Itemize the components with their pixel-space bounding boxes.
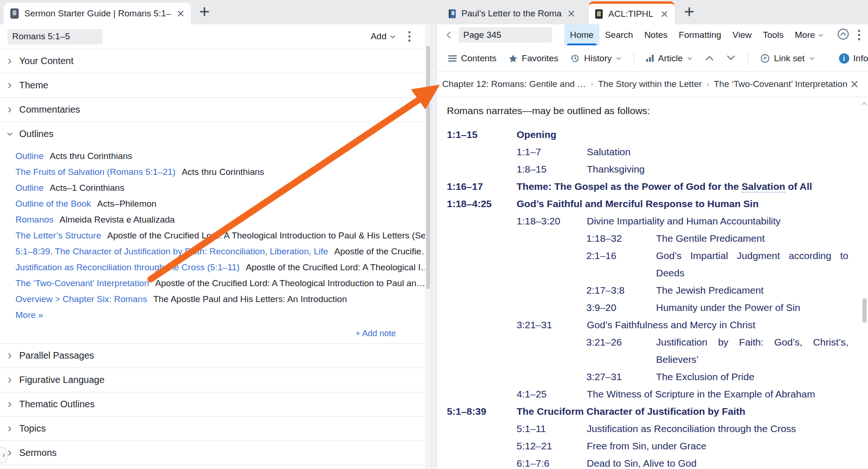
outline-row: 1:18–3:20Divine Impartiality and Human A… [517,212,848,230]
outline-heading: Opening [517,126,848,143]
scrollbar-thumb[interactable] [426,46,430,289]
chevron-right-icon [7,107,13,113]
add-button[interactable]: Add [371,31,396,42]
menu-label: Search [605,30,633,40]
chevron-down-icon [687,56,693,61]
right-scrollbar[interactable] [861,75,868,469]
history-button[interactable]: History [570,53,621,64]
section-topics[interactable]: Topics [0,416,425,440]
salvation-link[interactable]: Salvation [742,181,785,193]
outline-link[interactable]: The Fruits of Salvation (Romans 5:1–21) [15,167,175,177]
divider [748,52,748,65]
add-note-link[interactable]: + Add note [0,326,425,343]
guide-resource-icon [10,8,19,19]
info-icon: i [839,53,849,64]
section-your-content[interactable]: Your Content [0,49,425,73]
outline-link[interactable]: Justification as Reconciliation through … [15,262,240,272]
link-set-button[interactable]: Link set [760,53,814,64]
chevron-right-icon [7,377,13,383]
favorites-button[interactable]: Favorites [509,53,558,64]
outline-heading: God’s Faithful and Merciful Response to … [517,195,848,212]
menu-item-home[interactable]: Home [564,24,599,45]
next-article-icon[interactable] [726,53,736,64]
tab-acl-tiphl[interactable]: ACL:TIPHL [589,1,675,24]
new-tab-button[interactable] [682,5,696,19]
resource-toolbar: Contents Favorites History Article Link … [437,45,868,72]
outline-link[interactable]: The ‘Two-Covenant’ Interpretation [15,278,149,288]
section-thematic-outlines[interactable]: Thematic Outlines [0,392,425,416]
breadcrumb-item[interactable]: The ‘Two-Covenant’ Interpretation [714,79,847,89]
menu-item-search[interactable]: Search [599,24,639,45]
section-outlines[interactable]: Outlines [0,122,425,146]
collapse-toolbar-icon[interactable] [837,28,849,42]
info-button[interactable]: i Info [839,53,868,64]
outline-link[interactable]: Romanos [15,215,53,224]
close-breadcrumb-icon[interactable] [850,80,859,88]
scrollbar-thumb[interactable] [862,298,867,323]
outline-link[interactable]: 5:1–8:39. The Character of Justification… [15,246,328,256]
panel-splitter[interactable] [431,24,437,469]
breadcrumb-item[interactable]: The Story within the Letter [598,79,702,89]
resource-title: The Apostle Paul and His Letters: An Int… [153,294,347,304]
close-icon[interactable] [568,10,575,17]
back-icon[interactable] [445,31,453,39]
outline-row: 3:9–20Humanity under the Power of Sin [586,299,848,316]
section-label: Figurative Language [19,375,104,385]
outline-heading: The Jewish Predicament [656,281,848,299]
section-theme[interactable]: Theme [0,73,425,97]
outline-heading: Humanity under the Power of Sin [656,299,848,316]
section-commentaries[interactable]: Commentaries [0,97,425,122]
close-icon[interactable] [661,10,668,18]
scroll-up-icon[interactable] [861,99,867,108]
outline-link[interactable]: Outline [15,183,44,193]
navigation-bar: HomeSearchNotesFormattingViewToolsMore [437,24,868,45]
section-sermons[interactable]: Sermons [0,440,425,465]
tab-strip: Sermon Starter Guide | Romans 5:1–5 Paul… [0,0,868,24]
menu-item-formatting[interactable]: Formatting [673,24,727,45]
outline-link[interactable]: Overview > Chapter Six: Romans [15,294,147,304]
kebab-menu-icon[interactable] [858,29,861,41]
outline-heading: Free from Sin, under Grace [587,437,848,455]
previous-article-icon[interactable] [705,53,714,64]
outline-heading: The Witness of Scripture in the Example … [587,385,848,403]
breadcrumb-separator: › [707,79,709,89]
outline-result-item: The Fruits of Salvation (Romans 5:1–21)A… [15,164,425,180]
passage-reference: 6:1–7:6 [517,455,587,469]
menu-item-view[interactable]: View [727,24,757,45]
left-scrollbar[interactable] [425,24,431,469]
resource-title: Apostle of the Crucified Lord: A Theolog… [155,278,425,288]
passage-reference: 5:1–11 [517,420,587,437]
passage-reference: 5:1–8:39 [447,403,517,420]
outline-heading: Salutation [587,143,848,160]
section-figurative-language[interactable]: Figurative Language [0,368,425,392]
outline-link[interactable]: The Letter’s Structure [15,231,101,240]
tab-pauls-letter-to-the-romans[interactable]: Paul’s Letter to the Romans [442,3,582,24]
outline-row: 1:8–15Thanksgiving [517,160,848,178]
section-label: Theme [19,80,48,91]
more-link[interactable]: More » [15,307,425,323]
section-label: Topics [19,423,46,434]
contents-button[interactable]: Contents [448,53,496,64]
passage-reference: 1:18–3:20 [517,212,587,230]
menu-item-tools[interactable]: Tools [757,24,789,45]
chevron-right-icon [7,353,13,359]
close-icon[interactable] [177,10,184,17]
outline-row: 1:18–32The Gentile Predicament [586,230,848,247]
outline-heading: The Gentile Predicament [656,230,848,247]
page-input[interactable] [459,27,552,43]
outline-heading: Divine Impartiality and Human Accountabi… [587,212,848,230]
breadcrumb-item[interactable]: Chapter 12: Romans: Gentile and … [442,79,586,89]
tab-sermon-starter-guide[interactable]: Sermon Starter Guide | Romans 5:1–5 [4,3,191,24]
link-icon [760,54,770,63]
menu-item-more[interactable]: More [789,24,829,45]
kebab-menu-icon[interactable] [408,31,411,42]
section-parallel-passages[interactable]: Parallel Passages [0,343,425,368]
reference-input[interactable] [7,29,102,44]
menu-item-notes[interactable]: Notes [639,24,673,45]
outline-link[interactable]: Outline of the Book [15,199,91,209]
outline-row: 5:1–8:39The Cruciform Character of Justi… [447,403,848,420]
outline-heading: God’s Faithfulness and Mercy in Christ [587,316,848,333]
article-button[interactable]: Article [646,53,693,64]
new-tab-button[interactable] [197,5,212,19]
outline-link[interactable]: Outline [15,151,44,161]
